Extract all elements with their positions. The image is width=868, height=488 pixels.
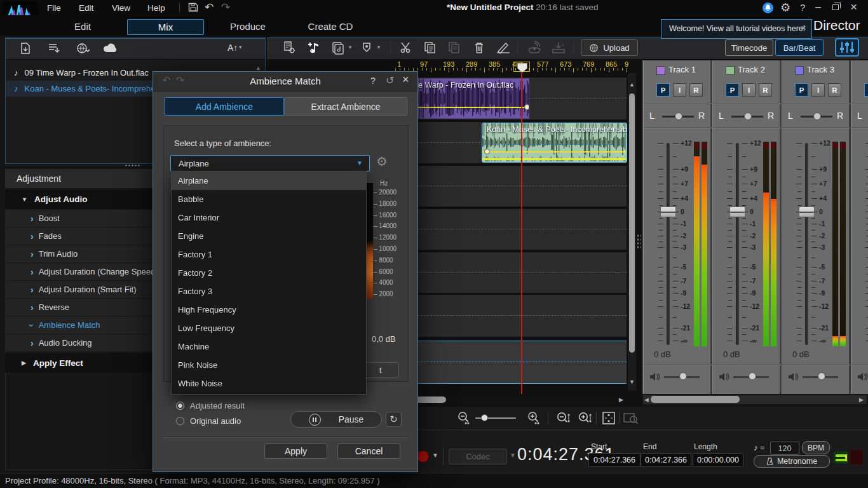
mixer-toggle-button[interactable] [835,38,859,57]
menu-view[interactable]: View [107,1,135,15]
fader-track[interactable] [667,143,670,345]
dropdown-option-car-interior[interactable]: Car Interior [172,208,366,227]
pan-knob[interactable] [675,112,682,120]
dialog-close-icon[interactable]: × [402,73,409,86]
loop-playback-button[interactable]: ↻ [386,412,402,427]
cloud-icon[interactable] [103,43,118,53]
dropdown-option-airplane[interactable]: Airplane [172,172,366,190]
batch-import-icon[interactable] [47,42,61,55]
zoom-region-icon[interactable] [623,410,639,426]
channel-p-button[interactable]: P [864,83,868,97]
channel-volume-knob[interactable] [749,372,756,380]
mixer-hscroll-thumb[interactable] [651,396,740,403]
fader-handle[interactable] [799,207,815,217]
timecode-button[interactable]: Timecode [725,39,773,56]
pan-knob[interactable] [744,112,752,120]
track-lane-selected[interactable] [395,341,627,384]
insert-audio-dropdown-icon[interactable]: ▼ [348,44,353,50]
channel-r-button[interactable]: R [759,83,772,97]
dropdown-option-machine[interactable]: Machine [172,337,366,356]
bpm-unit-button[interactable]: BPM [802,441,830,454]
ambience-settings-gear-icon[interactable]: ⚙ [376,154,388,169]
dropdown-option-factory-3[interactable]: Factory 3 [172,282,366,301]
channel-p-button[interactable]: P [726,83,739,97]
tab-edit[interactable]: Edit [60,21,105,32]
apply-button[interactable]: Apply [264,444,327,459]
paste-icon[interactable] [447,41,461,55]
pan-knob[interactable] [813,112,821,120]
ambience-dropdown[interactable]: Airplane ▼ [170,155,370,172]
bpm-input[interactable]: 120 [770,442,799,455]
end-field-value[interactable]: 0:04:27.366 [641,453,691,467]
mixer-hscrollbar[interactable]: ◀ ▶ [643,395,867,404]
volume-automation-line[interactable] [482,151,626,152]
download-from-web-icon[interactable] [76,42,90,55]
import-file-icon[interactable] [19,42,32,55]
tooltip-close-icon[interactable]: × [801,23,806,33]
menu-help[interactable]: Help [142,1,170,15]
dropdown-option-low-frequency[interactable]: Low Frequency [172,319,366,337]
panel-resize-handle[interactable] [125,164,141,167]
scroll-left-icon[interactable]: ◀ [644,397,649,403]
dropdown-option-babble[interactable]: Babble [172,190,366,208]
channel-i-button[interactable]: I [673,83,686,97]
track-lane-4[interactable] [395,209,627,250]
channel-p-button[interactable]: P [795,83,808,97]
dropdown-option-factory-1[interactable]: Factory 1 [172,245,366,264]
tab-extract-ambience[interactable]: Extract Ambience [284,97,407,116]
length-field-value[interactable]: 0:00:00.000 [693,453,743,467]
keyframe-dot[interactable] [524,104,529,110]
start-field-value[interactable]: 0:04:27.366 [588,453,641,467]
cancel-button[interactable]: Cancel [337,444,400,459]
copy-icon[interactable] [423,41,437,55]
help-icon[interactable]: ? [800,2,805,13]
delete-trash-icon[interactable] [473,41,485,55]
scroll-right-icon[interactable]: ▶ [619,397,623,403]
menu-file[interactable]: File [42,1,66,15]
marker-icon[interactable] [360,41,374,55]
channel-p-button[interactable]: P [656,83,670,97]
fader-track[interactable] [805,143,808,345]
notifications-bell-icon[interactable] [763,3,773,13]
audio-clip-2[interactable]: Koan - Muses & Poets- Incomprehensible [482,123,627,163]
sort-control[interactable]: A↑▼ [227,43,243,53]
tab-create-cd[interactable]: Create CD [302,21,359,32]
track-lane-6[interactable] [395,295,627,337]
save-icon[interactable] [188,3,198,12]
dropdown-option-engine[interactable]: Engine [172,227,366,245]
pause-button[interactable]: Pause [290,411,382,428]
channel-volume-knob[interactable] [818,372,825,380]
track-lane-3[interactable] [395,166,627,207]
dropdown-option-white-noise[interactable]: White Noise [172,374,366,393]
ambience-speaker-icon[interactable] [526,41,543,55]
fader-handle[interactable] [729,207,745,217]
menu-edit[interactable]: Edit [74,1,98,15]
channel-i-button[interactable]: I [742,83,756,97]
dropdown-option-factory-2[interactable]: Factory 2 [172,264,366,282]
close-button[interactable]: × [850,0,857,14]
edit-pen-icon[interactable] [496,41,511,55]
scroll-right-icon[interactable]: ▶ [859,397,864,403]
codec-dropdown-icon[interactable]: ▼ [510,452,516,459]
add-audio-icon[interactable] [306,41,322,55]
volume-automation-line[interactable] [407,107,529,108]
zoom-out-horizontal-icon[interactable] [456,410,471,426]
zoom-in-vertical-icon[interactable] [577,410,593,426]
timeline-hscrollbar[interactable]: ▶ [395,395,627,404]
record-dropdown-icon[interactable]: ▼ [432,452,438,459]
settings-gear-icon[interactable]: ⚙ [780,1,790,15]
channel-r-button[interactable]: R [828,83,841,97]
fit-to-window-icon[interactable] [601,410,616,426]
playhead-line[interactable] [521,72,522,394]
dialog-help-icon[interactable]: ? [370,76,376,86]
export-mixdown-icon[interactable] [550,41,567,55]
undo-icon[interactable]: ↶ [205,1,214,14]
record-button[interactable] [417,451,429,463]
codec-button[interactable]: Codec [449,449,507,464]
channel-r-button[interactable]: R [689,83,703,97]
metronome-button[interactable]: Metronome [754,455,830,468]
zoom-slider-knob[interactable] [481,414,488,421]
project-settings-icon[interactable] [282,41,296,55]
scroll-up-icon[interactable]: ▲ [629,82,635,88]
dialog-header[interactable]: ↶ ↷ Ambience Match ? ↺ × [153,72,417,92]
